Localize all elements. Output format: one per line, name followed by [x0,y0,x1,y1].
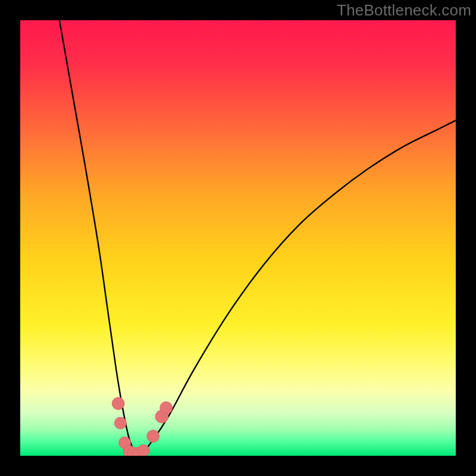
data-marker [112,397,124,410]
plot-area [20,20,456,456]
gradient-background [20,20,456,456]
data-marker [160,402,173,414]
data-marker [114,417,126,429]
data-marker [137,444,149,456]
watermark-text: TheBottleneck.com [337,1,471,20]
data-marker [147,430,159,443]
chart-svg [20,20,456,456]
chart-frame: TheBottleneck.com [0,0,476,476]
